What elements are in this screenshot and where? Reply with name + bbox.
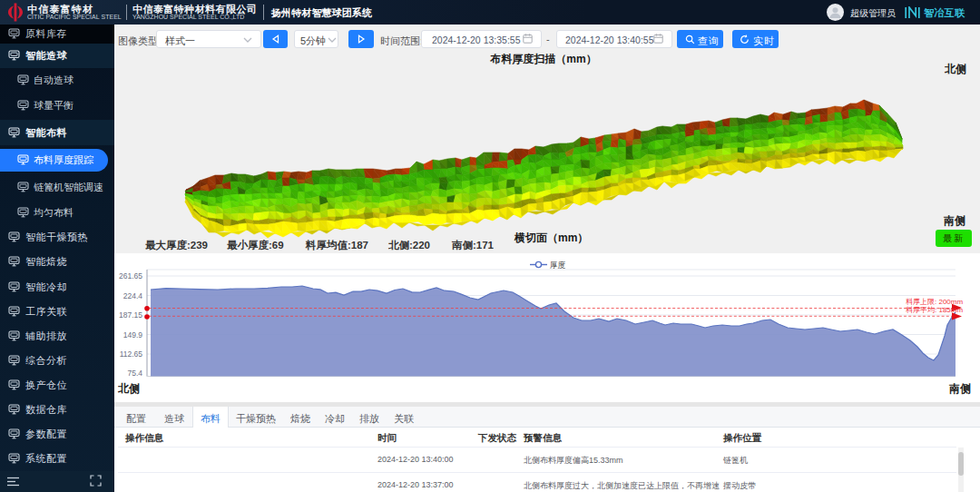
svg-text:149.9: 149.9 (123, 330, 143, 339)
svg-text:料厚平均: 185mm: 料厚平均: 185mm (906, 306, 963, 314)
svg-text:料厚上限: 200mm: 料厚上限: 200mm (906, 298, 963, 306)
svg-text:75.4: 75.4 (127, 369, 142, 378)
svg-text:187.15: 187.15 (119, 310, 142, 320)
svg-text:261.65: 261.65 (119, 271, 142, 280)
svg-text:224.4: 224.4 (123, 291, 143, 300)
svg-text:厚度: 厚度 (550, 261, 566, 270)
svg-text:112.65: 112.65 (120, 349, 143, 359)
